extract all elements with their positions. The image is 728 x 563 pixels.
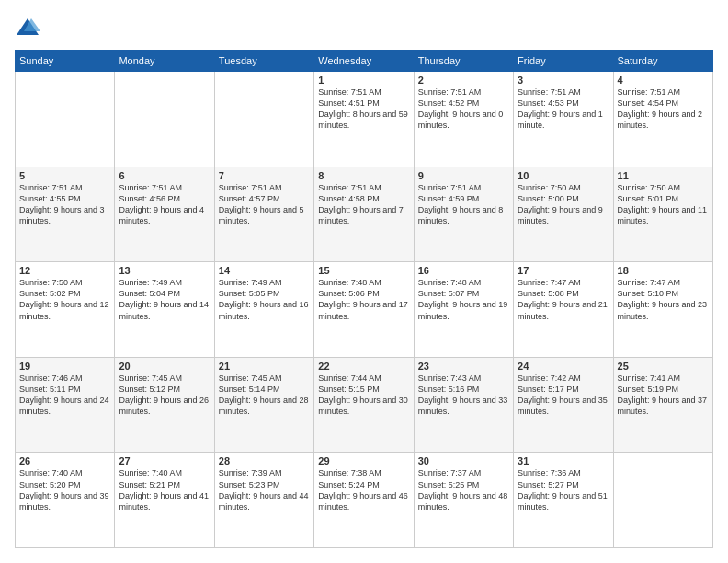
cell-info: Sunrise: 7:38 AM Sunset: 5:24 PM Dayligh… [318, 467, 409, 512]
day-number: 11 [618, 170, 709, 181]
day-number: 13 [119, 265, 210, 276]
calendar-cell: 16Sunrise: 7:48 AM Sunset: 5:07 PM Dayli… [414, 262, 513, 358]
cell-info: Sunrise: 7:50 AM Sunset: 5:02 PM Dayligh… [19, 277, 110, 322]
cell-info: Sunrise: 7:45 AM Sunset: 5:12 PM Dayligh… [119, 373, 210, 418]
cell-info: Sunrise: 7:39 AM Sunset: 5:23 PM Dayligh… [219, 467, 310, 512]
calendar-cell: 17Sunrise: 7:47 AM Sunset: 5:08 PM Dayli… [514, 262, 613, 358]
cell-info: Sunrise: 7:49 AM Sunset: 5:05 PM Dayligh… [219, 277, 310, 322]
cell-info: Sunrise: 7:40 AM Sunset: 5:21 PM Dayligh… [119, 467, 210, 512]
cell-info: Sunrise: 7:51 AM Sunset: 4:51 PM Dayligh… [318, 86, 409, 132]
cell-info: Sunrise: 7:40 AM Sunset: 5:20 PM Dayligh… [19, 467, 110, 512]
day-number: 26 [19, 455, 110, 466]
calendar-header-row: SundayMondayTuesdayWednesdayThursdayFrid… [16, 51, 713, 72]
day-number: 14 [219, 265, 310, 276]
week-row-2: 5Sunrise: 7:51 AM Sunset: 4:55 PM Daylig… [16, 167, 713, 262]
calendar-cell: 19Sunrise: 7:46 AM Sunset: 5:11 PM Dayli… [16, 357, 115, 453]
day-number: 29 [318, 455, 409, 466]
col-header-friday: Friday [514, 51, 613, 72]
calendar-cell: 24Sunrise: 7:42 AM Sunset: 5:17 PM Dayli… [514, 357, 613, 453]
day-number: 20 [119, 361, 210, 372]
cell-info: Sunrise: 7:51 AM Sunset: 4:55 PM Dayligh… [19, 182, 110, 227]
calendar-cell: 3Sunrise: 7:51 AM Sunset: 4:53 PM Daylig… [514, 72, 613, 167]
calendar-cell: 7Sunrise: 7:51 AM Sunset: 4:57 PM Daylig… [214, 167, 313, 262]
cell-info: Sunrise: 7:47 AM Sunset: 5:10 PM Dayligh… [618, 277, 709, 322]
calendar-cell: 8Sunrise: 7:51 AM Sunset: 4:58 PM Daylig… [314, 167, 414, 262]
day-number: 21 [219, 361, 310, 372]
cell-info: Sunrise: 7:48 AM Sunset: 5:07 PM Dayligh… [418, 277, 509, 322]
cell-info: Sunrise: 7:42 AM Sunset: 5:17 PM Dayligh… [518, 373, 609, 418]
cell-info: Sunrise: 7:51 AM Sunset: 4:53 PM Dayligh… [518, 86, 609, 132]
cell-info: Sunrise: 7:51 AM Sunset: 4:54 PM Dayligh… [618, 86, 709, 132]
cell-info: Sunrise: 7:43 AM Sunset: 5:16 PM Dayligh… [418, 373, 509, 418]
calendar-cell: 25Sunrise: 7:41 AM Sunset: 5:19 PM Dayli… [613, 357, 712, 453]
day-number: 10 [518, 170, 609, 181]
week-row-1: 1Sunrise: 7:51 AM Sunset: 4:51 PM Daylig… [16, 72, 713, 167]
calendar-cell: 9Sunrise: 7:51 AM Sunset: 4:59 PM Daylig… [414, 167, 513, 262]
day-number: 2 [418, 75, 509, 86]
calendar-cell: 20Sunrise: 7:45 AM Sunset: 5:12 PM Dayli… [115, 357, 214, 453]
day-number: 4 [618, 75, 709, 86]
calendar-cell [214, 72, 313, 167]
calendar-cell: 6Sunrise: 7:51 AM Sunset: 4:56 PM Daylig… [115, 167, 214, 262]
calendar-cell: 1Sunrise: 7:51 AM Sunset: 4:51 PM Daylig… [314, 72, 414, 167]
cell-info: Sunrise: 7:51 AM Sunset: 4:56 PM Dayligh… [119, 182, 210, 227]
calendar-cell: 31Sunrise: 7:36 AM Sunset: 5:27 PM Dayli… [514, 453, 613, 548]
calendar-cell: 23Sunrise: 7:43 AM Sunset: 5:16 PM Dayli… [414, 357, 513, 453]
day-number: 31 [518, 455, 609, 466]
day-number: 18 [618, 265, 709, 276]
cell-info: Sunrise: 7:49 AM Sunset: 5:04 PM Dayligh… [119, 277, 210, 322]
cell-info: Sunrise: 7:51 AM Sunset: 4:52 PM Dayligh… [418, 86, 509, 132]
day-number: 25 [618, 361, 709, 372]
day-number: 17 [518, 265, 609, 276]
day-number: 1 [318, 75, 409, 86]
day-number: 7 [219, 170, 310, 181]
cell-info: Sunrise: 7:51 AM Sunset: 4:57 PM Dayligh… [219, 182, 310, 227]
cell-info: Sunrise: 7:41 AM Sunset: 5:19 PM Dayligh… [618, 373, 709, 418]
day-number: 15 [318, 265, 409, 276]
col-header-monday: Monday [115, 51, 214, 72]
cell-info: Sunrise: 7:44 AM Sunset: 5:15 PM Dayligh… [318, 373, 409, 418]
calendar-cell: 13Sunrise: 7:49 AM Sunset: 5:04 PM Dayli… [115, 262, 214, 358]
day-number: 27 [119, 455, 210, 466]
week-row-3: 12Sunrise: 7:50 AM Sunset: 5:02 PM Dayli… [16, 262, 713, 358]
logo-icon [15, 15, 40, 40]
calendar-cell: 29Sunrise: 7:38 AM Sunset: 5:24 PM Dayli… [314, 453, 414, 548]
calendar-cell: 15Sunrise: 7:48 AM Sunset: 5:06 PM Dayli… [314, 262, 414, 358]
cell-info: Sunrise: 7:48 AM Sunset: 5:06 PM Dayligh… [318, 277, 409, 322]
day-number: 6 [119, 170, 210, 181]
calendar-cell: 18Sunrise: 7:47 AM Sunset: 5:10 PM Dayli… [613, 262, 712, 358]
col-header-sunday: Sunday [16, 51, 115, 72]
cell-info: Sunrise: 7:51 AM Sunset: 4:58 PM Dayligh… [318, 182, 409, 227]
week-row-5: 26Sunrise: 7:40 AM Sunset: 5:20 PM Dayli… [16, 453, 713, 548]
calendar-table: SundayMondayTuesdayWednesdayThursdayFrid… [15, 50, 713, 548]
calendar-cell: 12Sunrise: 7:50 AM Sunset: 5:02 PM Dayli… [16, 262, 115, 358]
calendar-cell: 4Sunrise: 7:51 AM Sunset: 4:54 PM Daylig… [613, 72, 712, 167]
day-number: 23 [418, 361, 509, 372]
header [15, 15, 713, 40]
col-header-saturday: Saturday [613, 51, 712, 72]
day-number: 3 [518, 75, 609, 86]
cell-info: Sunrise: 7:45 AM Sunset: 5:14 PM Dayligh… [219, 373, 310, 418]
col-header-wednesday: Wednesday [314, 51, 414, 72]
cell-info: Sunrise: 7:47 AM Sunset: 5:08 PM Dayligh… [518, 277, 609, 322]
day-number: 12 [19, 265, 110, 276]
cell-info: Sunrise: 7:46 AM Sunset: 5:11 PM Dayligh… [19, 373, 110, 418]
calendar-cell: 10Sunrise: 7:50 AM Sunset: 5:00 PM Dayli… [514, 167, 613, 262]
calendar-cell: 5Sunrise: 7:51 AM Sunset: 4:55 PM Daylig… [16, 167, 115, 262]
day-number: 16 [418, 265, 509, 276]
day-number: 24 [518, 361, 609, 372]
day-number: 5 [19, 170, 110, 181]
cell-info: Sunrise: 7:36 AM Sunset: 5:27 PM Dayligh… [518, 467, 609, 512]
calendar-cell: 2Sunrise: 7:51 AM Sunset: 4:52 PM Daylig… [414, 72, 513, 167]
calendar-cell: 21Sunrise: 7:45 AM Sunset: 5:14 PM Dayli… [214, 357, 313, 453]
calendar-cell: 22Sunrise: 7:44 AM Sunset: 5:15 PM Dayli… [314, 357, 414, 453]
cell-info: Sunrise: 7:37 AM Sunset: 5:25 PM Dayligh… [418, 467, 509, 512]
day-number: 9 [418, 170, 509, 181]
calendar-cell: 28Sunrise: 7:39 AM Sunset: 5:23 PM Dayli… [214, 453, 313, 548]
calendar-cell [16, 72, 115, 167]
cell-info: Sunrise: 7:50 AM Sunset: 5:00 PM Dayligh… [518, 182, 609, 227]
col-header-tuesday: Tuesday [214, 51, 313, 72]
calendar-cell [613, 453, 712, 548]
day-number: 19 [19, 361, 110, 372]
col-header-thursday: Thursday [414, 51, 513, 72]
